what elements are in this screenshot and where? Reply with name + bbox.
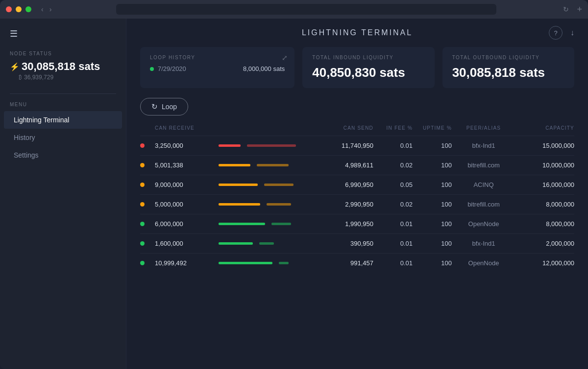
can-send-value: 991,457 (319, 259, 373, 267)
status-indicator (140, 261, 155, 265)
channel-bar (214, 223, 319, 225)
status-indicator (140, 241, 155, 246)
download-button[interactable]: ↓ (570, 28, 574, 37)
channel-bar (214, 184, 319, 186)
loop-btn-row: ↻ Loop (140, 98, 574, 115)
can-send-value: 4,989,611 (319, 161, 373, 169)
can-send-value: 2,990,950 (319, 201, 373, 208)
bitcoin-icon: ₿ (19, 74, 22, 81)
inbound-liquidity-card: TOTAL INBOUND LIQUIDITY 40,850,830 sats (302, 47, 434, 88)
uptime-value: 100 (413, 142, 452, 149)
col-peer-header: PEER/ALIAS (452, 125, 515, 131)
status-dot (140, 143, 145, 148)
uptime-value: 100 (413, 240, 452, 247)
status-indicator (140, 183, 155, 187)
channel-bar (214, 203, 319, 206)
receive-bar (219, 203, 260, 206)
status-indicator (140, 163, 155, 167)
in-fee-value: 0.01 (373, 142, 413, 149)
capacity-value: 10,000,000 (515, 161, 574, 169)
hamburger-icon[interactable]: ☰ (10, 28, 116, 39)
peer-alias: bfx-Ind1 (452, 142, 515, 149)
inbound-value: 40,850,830 sats (312, 65, 424, 80)
uptime-value: 100 (413, 161, 452, 169)
send-bar (259, 242, 274, 245)
receive-bar (219, 223, 265, 225)
expand-icon[interactable]: ⤢ (282, 54, 288, 62)
in-fee-value: 0.05 (373, 181, 413, 188)
table-rows: 3,250,000 11,740,950 0.01 100 bfx-Ind1 1… (140, 136, 574, 273)
in-fee-value: 0.02 (373, 161, 413, 169)
loop-history-label: LOOP HISTORY (150, 55, 285, 60)
uptime-value: 100 (413, 259, 452, 267)
channel-bar (214, 242, 319, 245)
inbound-label: TOTAL INBOUND LIQUIDITY (312, 55, 424, 60)
can-receive-value: 1,600,000 (155, 240, 214, 247)
loop-amount: 8,000,000 sats (243, 65, 285, 72)
can-receive-value: 10,999,492 (155, 259, 214, 267)
uptime-value: 100 (413, 201, 452, 208)
table-row[interactable]: 5,001,338 4,989,611 0.02 100 bitrefill.c… (140, 155, 574, 175)
send-bar (271, 223, 291, 225)
header-icons: ? ↓ (549, 26, 574, 40)
table-row[interactable]: 5,000,000 2,990,950 0.02 100 bitrefill.c… (140, 194, 574, 214)
receive-bar (219, 262, 272, 264)
help-button[interactable]: ? (549, 26, 563, 40)
back-button[interactable]: ‹ (39, 5, 46, 13)
col-bar-header (214, 125, 319, 131)
sidebar-item-lightning-terminal[interactable]: Lightning Terminal (4, 111, 122, 129)
node-balance-sats: ⚡ 30,085,818 sats (10, 60, 116, 73)
minimize-dot[interactable] (16, 6, 22, 12)
table-row[interactable]: 9,000,000 6,990,950 0.05 100 ACINQ 16,00… (140, 175, 574, 194)
table-row[interactable]: 10,999,492 991,457 0.01 100 OpenNode 12,… (140, 253, 574, 273)
channel-bar (214, 164, 319, 166)
loop-history-card: LOOP HISTORY ⤢ 7/29/2020 8,000,000 sats (140, 47, 294, 88)
sidebar-divider (10, 93, 116, 94)
in-fee-value: 0.01 (373, 220, 413, 228)
node-status-label: NODE STATUS (10, 51, 116, 56)
outbound-label: TOTAL OUTBOUND LIQUIDITY (452, 55, 564, 60)
receive-bar (219, 144, 241, 147)
send-bar (257, 164, 289, 166)
can-send-value: 390,950 (319, 240, 373, 247)
loop-button-label: Loop (162, 103, 177, 111)
receive-bar (219, 242, 253, 245)
sidebar-item-settings[interactable]: Settings (4, 146, 122, 164)
col-capacity-header: CAPACITY (515, 125, 574, 131)
sidebar-item-label: Lightning Terminal (14, 116, 69, 124)
balance-sats-value: 30,085,818 sats (22, 60, 100, 73)
capacity-value: 15,000,000 (515, 142, 574, 149)
can-receive-value: 9,000,000 (155, 181, 214, 188)
can-receive-value: 5,001,338 (155, 161, 214, 169)
peer-alias: bitrefill.com (452, 161, 515, 169)
sidebar-item-label: History (14, 134, 35, 141)
forward-button[interactable]: › (48, 5, 54, 13)
sidebar-item-history[interactable]: History (4, 129, 122, 146)
outbound-value: 30,085,818 sats (452, 65, 564, 80)
table-row[interactable]: 6,000,000 1,990,950 0.01 100 OpenNode 8,… (140, 214, 574, 233)
peer-alias: OpenNode (452, 220, 515, 228)
can-receive-value: 6,000,000 (155, 220, 214, 228)
table-row[interactable]: 3,250,000 11,740,950 0.01 100 bfx-Ind1 1… (140, 136, 574, 155)
loop-date: 7/29/2020 (158, 65, 239, 72)
peer-alias: bitrefill.com (452, 201, 515, 208)
refresh-icon[interactable]: ↻ (563, 5, 569, 13)
node-balance-btc: ₿ 36,939,729 (10, 74, 116, 81)
maximize-dot[interactable] (25, 6, 31, 12)
table-row[interactable]: 1,600,000 390,950 0.01 100 bfx-Ind1 2,00… (140, 233, 574, 253)
page-title: LIGHTNING TERMINAL (302, 28, 413, 37)
url-bar[interactable] (116, 4, 496, 15)
can-send-value: 6,990,950 (319, 181, 373, 188)
send-bar (264, 184, 294, 186)
new-tab-button[interactable]: + (577, 4, 582, 15)
col-status (140, 125, 155, 131)
status-dot (140, 261, 145, 265)
close-dot[interactable] (6, 6, 12, 12)
loop-button[interactable]: ↻ Loop (140, 98, 188, 115)
channel-bar (214, 144, 319, 147)
in-fee-value: 0.01 (373, 259, 413, 267)
titlebar: ‹ › ↻ + (0, 0, 588, 19)
menu-label: MENU (0, 102, 126, 107)
loop-entry: 7/29/2020 8,000,000 sats (150, 65, 285, 72)
balance-btc-value: 36,939,729 (24, 74, 53, 81)
